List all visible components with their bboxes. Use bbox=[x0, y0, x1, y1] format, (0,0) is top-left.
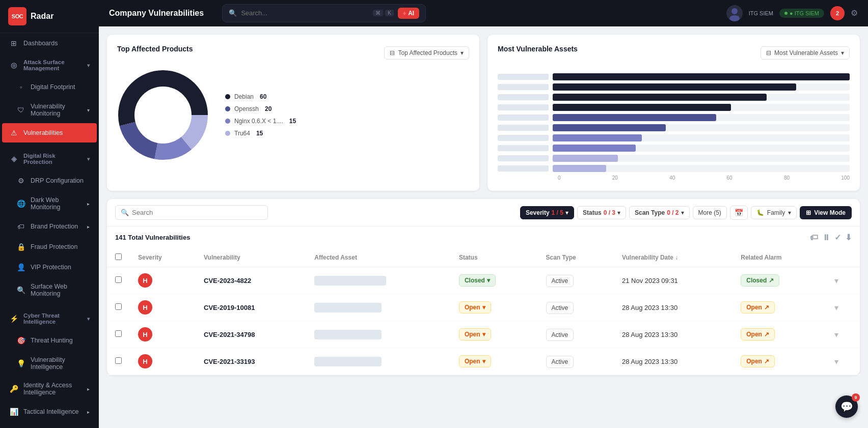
row-checkbox[interactable] bbox=[115, 357, 122, 364]
select-all-checkbox[interactable] bbox=[115, 253, 122, 260]
row-checkbox[interactable] bbox=[115, 330, 122, 337]
sidebar-item-label: Digital Footprint bbox=[31, 83, 75, 91]
alarm-cell[interactable]: Open ↗ bbox=[733, 321, 826, 348]
vulnerabilities-table: Severity Vulnerability Affected Asset St… bbox=[107, 248, 860, 375]
sidebar-item-digital-footprint[interactable]: ◦ Digital Footprint bbox=[2, 77, 97, 97]
check-icon[interactable]: ✓ bbox=[834, 233, 841, 242]
row-checkbox[interactable] bbox=[115, 303, 122, 310]
status-cell[interactable]: Open ▾ bbox=[451, 321, 538, 348]
legend-label-tru64: Tru64 bbox=[234, 130, 250, 137]
sidebar-item-threat-hunting[interactable]: 🎯 Threat Hunting bbox=[2, 331, 97, 350]
sidebar-item-drp-config[interactable]: ⚙ DRP Configuration bbox=[2, 171, 97, 190]
sidebar-item-dark-web[interactable]: 🌐 Dark Web Monitoring ▸ bbox=[2, 191, 97, 216]
scan-type-cell: Active bbox=[538, 294, 614, 321]
alarm-badge[interactable]: Open ↗ bbox=[741, 328, 775, 340]
cyber-threat-icon: ⚡ bbox=[9, 314, 18, 323]
table-search-wrap[interactable]: 🔍 bbox=[115, 205, 268, 220]
sidebar-item-vuln-monitoring[interactable]: 🛡 Vulnerability Monitoring ▾ bbox=[2, 98, 97, 122]
table-search-input[interactable] bbox=[132, 209, 262, 216]
row-expand-icon[interactable]: ▾ bbox=[834, 303, 838, 312]
status-cell[interactable]: Open ▾ bbox=[451, 294, 538, 321]
sidebar-item-fraud-protection[interactable]: 🔒 Fraud Protection bbox=[2, 237, 97, 256]
calendar-button[interactable]: 📅 bbox=[730, 206, 748, 220]
chevron-down-icon: ▾ bbox=[681, 209, 684, 216]
alarm-badge[interactable]: Open ↗ bbox=[741, 355, 775, 367]
table-toolbar: 🔍 Severity 1 / 5 ▾ Status 0 / 3 ▾ bbox=[107, 199, 860, 226]
pause-icon[interactable]: ⏸ bbox=[822, 233, 830, 242]
sidebar-item-operational-intel[interactable]: ⚙ Operational Intelligence ▸ bbox=[2, 422, 97, 428]
notification-button[interactable]: 2 bbox=[830, 6, 845, 20]
row-expand-icon[interactable]: ▾ bbox=[834, 357, 838, 366]
sidebar-item-attack-surface[interactable]: ◎ Attack Surface Management ▾ bbox=[2, 54, 97, 76]
sidebar-item-cyber-threat[interactable]: ⚡ Cyber Threat Intelligence ▾ bbox=[2, 307, 97, 330]
bar-fill bbox=[553, 165, 606, 172]
view-mode-button[interactable]: ⊞ View Mode bbox=[800, 206, 852, 219]
vulnerability-cell: CVE-2023-4822 bbox=[196, 267, 306, 294]
vuln-date-header[interactable]: Vulnerability Date ↓ bbox=[614, 248, 733, 267]
bar-row bbox=[498, 83, 850, 91]
bar-chart-area: 020406080100 bbox=[498, 69, 850, 181]
row-checkbox-cell[interactable] bbox=[107, 321, 130, 348]
status-cell[interactable]: Open ▾ bbox=[451, 348, 538, 375]
search-input[interactable] bbox=[241, 9, 369, 17]
family-filter[interactable]: 🐛 Family ▾ bbox=[751, 206, 797, 219]
alarm-cell[interactable]: Open ↗ bbox=[733, 348, 826, 375]
scan-type-badge: Active bbox=[546, 302, 574, 314]
severity-cell: H bbox=[130, 348, 196, 375]
more-filters-button[interactable]: More (5) bbox=[693, 206, 727, 219]
search-bar[interactable]: 🔍 ⌘ K ♦ AI bbox=[222, 4, 426, 22]
select-all-header[interactable] bbox=[107, 248, 130, 267]
shield-icon: 🛡 bbox=[16, 105, 25, 115]
scan-type-filter[interactable]: Scan Type 0 / 2 ▾ bbox=[629, 206, 690, 219]
status-badge[interactable]: Open ▾ bbox=[459, 328, 491, 340]
sidebar-item-label: Vulnerabilities bbox=[23, 129, 63, 136]
most-vulnerable-assets-filter[interactable]: ⊟ Most Vulnerable Assets ▾ bbox=[761, 46, 850, 60]
digital-risk-icon: ◈ bbox=[9, 154, 18, 163]
download-icon[interactable]: ⬇ bbox=[845, 233, 852, 242]
top-affected-products-filter[interactable]: ⊟ Top Affected Products ▾ bbox=[384, 46, 469, 60]
svg-point-0 bbox=[731, 8, 738, 14]
help-button[interactable]: 💬 9 bbox=[835, 395, 858, 418]
sidebar-item-digital-risk[interactable]: ◈ Digital Risk Protection ▾ bbox=[2, 148, 97, 170]
expand-cell[interactable]: ▾ bbox=[826, 348, 860, 375]
status-cell[interactable]: Closed ▾ bbox=[451, 267, 538, 294]
severity-cell: H bbox=[130, 294, 196, 321]
row-expand-icon[interactable]: ▾ bbox=[834, 330, 838, 339]
expand-cell[interactable]: ▾ bbox=[826, 321, 860, 348]
chevron-down-icon: ▾ bbox=[87, 107, 90, 113]
alarm-cell[interactable]: Closed ↗ bbox=[733, 267, 826, 294]
row-checkbox-cell[interactable] bbox=[107, 294, 130, 321]
sidebar-item-surface-web[interactable]: 🔍 Surface Web Monitoring bbox=[2, 278, 97, 302]
legend-item-nginx: Nginx 0.6.X < 1.... 15 bbox=[225, 118, 296, 125]
sidebar-item-vulnerabilities[interactable]: ⚠ Vulnerabilities bbox=[2, 123, 97, 142]
alarm-badge[interactable]: Open ↗ bbox=[741, 301, 775, 313]
row-checkbox-cell[interactable] bbox=[107, 348, 130, 375]
status-badge[interactable]: Closed ▾ bbox=[459, 274, 496, 287]
settings-button[interactable]: ⚙ bbox=[851, 8, 858, 18]
status-badge[interactable]: Open ▾ bbox=[459, 355, 491, 367]
sidebar-item-tactical-intel[interactable]: 📊 Tactical Intelligence ▸ bbox=[2, 402, 97, 421]
alarm-cell[interactable]: Open ↗ bbox=[733, 294, 826, 321]
bar-axis: 020406080100 bbox=[498, 175, 850, 181]
sidebar-item-vip-protection[interactable]: 👤 VIP Protection bbox=[2, 258, 97, 277]
row-expand-icon[interactable]: ▾ bbox=[834, 276, 838, 285]
status-value: 0 / 3 bbox=[604, 209, 615, 216]
expand-cell[interactable]: ▾ bbox=[826, 294, 860, 321]
severity-filter[interactable]: Severity 1 / 5 ▾ bbox=[520, 206, 574, 219]
chart-title: Most Vulnerable Assets bbox=[498, 45, 578, 53]
sidebar-item-dashboards[interactable]: ⊞ Dashboards bbox=[2, 34, 97, 53]
filter-group: Severity 1 / 5 ▾ Status 0 / 3 ▾ Scan Typ… bbox=[520, 206, 852, 220]
alarm-badge[interactable]: Closed ↗ bbox=[741, 274, 779, 287]
expand-cell[interactable]: ▾ bbox=[826, 267, 860, 294]
tag-icon[interactable]: 🏷 bbox=[810, 233, 818, 242]
ai-button[interactable]: ♦ AI bbox=[398, 8, 419, 19]
sidebar-item-vuln-intel[interactable]: 💡 Vulnerability Intelligence bbox=[2, 351, 97, 376]
sidebar-item-identity-access[interactable]: 🔑 Identity & Access Intelligence ▸ bbox=[2, 377, 97, 401]
row-checkbox-cell[interactable] bbox=[107, 267, 130, 294]
user-name: ITG SIEM bbox=[749, 10, 773, 16]
bar-fill bbox=[553, 94, 767, 101]
status-badge[interactable]: Open ▾ bbox=[459, 301, 491, 313]
status-filter[interactable]: Status 0 / 3 ▾ bbox=[577, 206, 626, 219]
sidebar-item-brand-protection[interactable]: 🏷 Brand Protection ▸ bbox=[2, 217, 97, 236]
row-checkbox[interactable] bbox=[115, 276, 122, 283]
